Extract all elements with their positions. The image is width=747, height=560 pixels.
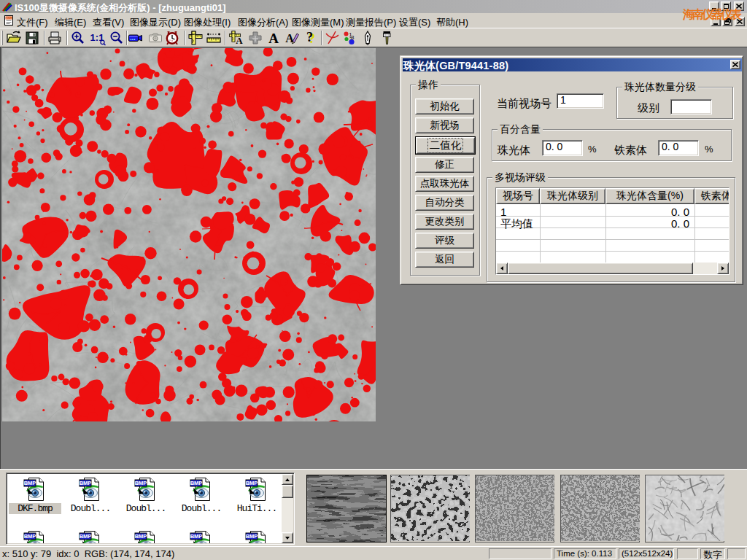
svg-text:BMP: BMP [135,480,147,486]
svg-text:BMP: BMP [24,533,36,540]
svg-text:BMP: BMP [246,533,258,540]
svg-text:1:1: 1:1 [90,32,104,43]
svg-text:DOC: DOC [6,17,12,20]
svg-text:BMP: BMP [190,533,203,540]
svg-text:BMP: BMP [80,533,92,540]
svg-text:?: ? [306,30,313,44]
svg-text:BMP: BMP [80,480,92,486]
svg-text:BMP: BMP [135,533,147,540]
svg-text:BMP: BMP [24,480,36,486]
svg-text:BMP: BMP [246,480,258,486]
svg-text:BMP: BMP [190,480,203,486]
svg-text:A: A [268,31,279,46]
svg-text:A: A [236,35,243,46]
